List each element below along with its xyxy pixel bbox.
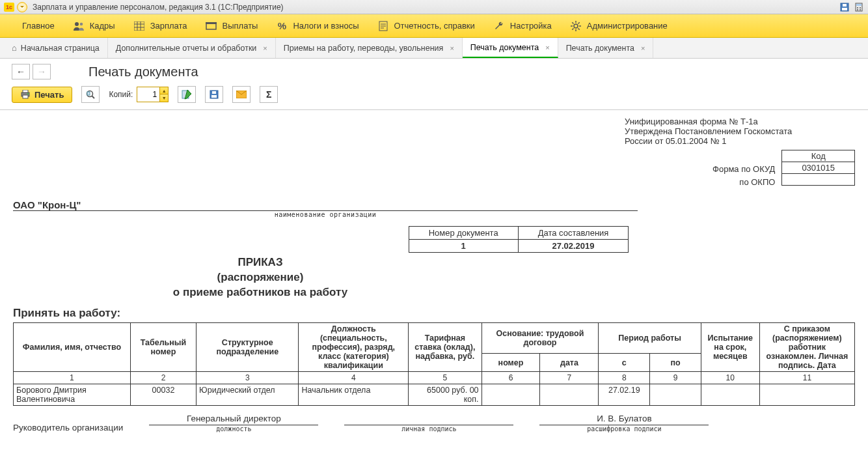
- close-icon[interactable]: ×: [641, 44, 645, 52]
- head-label: Руководитель организации: [13, 423, 123, 433]
- col-contract-date: дата: [540, 354, 599, 371]
- window-title-bar: 1c Зарплата и управление персоналом, ред…: [0, 0, 868, 14]
- wrench-icon: [493, 20, 505, 32]
- gear-icon: [570, 20, 582, 32]
- logo-1c-icon: 1c: [4, 3, 14, 12]
- menu-otchetnost[interactable]: Отчетность, справки: [377, 20, 475, 32]
- colnum: 1: [14, 371, 131, 384]
- okud-header: Код: [782, 150, 855, 162]
- menu-label: Администрирование: [587, 21, 668, 31]
- svg-point-22: [574, 24, 578, 28]
- svg-rect-2: [843, 4, 847, 7]
- menu-label: Отчетность, справки: [394, 21, 475, 31]
- colnum: 9: [650, 371, 701, 384]
- svg-point-9: [75, 22, 79, 26]
- form-note-line: Унифицированная форма № Т-1а: [625, 117, 855, 126]
- form-note: Унифицированная форма № Т-1а Утверждена …: [625, 117, 855, 146]
- okud-value: 0301015: [782, 162, 855, 174]
- nav-forward-button[interactable]: →: [33, 64, 51, 79]
- tab-reports[interactable]: Дополнительные отчеты и обработки ×: [108, 38, 276, 58]
- svg-rect-41: [212, 91, 216, 94]
- tab-print-doc-active[interactable]: Печать документа ×: [463, 38, 558, 58]
- table-icon: [133, 20, 145, 32]
- preview-button[interactable]: [81, 86, 100, 103]
- col-contract: Основание: трудовой договор: [481, 322, 599, 354]
- colnum: 8: [599, 371, 650, 384]
- save-icon[interactable]: [839, 2, 850, 12]
- print-label: Печать: [34, 90, 64, 100]
- okpo-label: по ОКПО: [712, 176, 775, 189]
- colnum: 5: [409, 371, 481, 384]
- home-icon: ⌂: [12, 43, 17, 53]
- menu-vyplaty[interactable]: Выплаты: [206, 20, 258, 32]
- tab-print-doc-2[interactable]: Печать документа ×: [558, 38, 654, 58]
- copies-input[interactable]: [137, 87, 159, 102]
- magnifier-icon: [85, 89, 96, 100]
- col-position: Должность (специальность, профессия), ра…: [299, 322, 409, 371]
- tab-hiring[interactable]: Приемы на работу, переводы, увольнения ×: [276, 38, 463, 58]
- tabs-bar: ⌂ Начальная страница Дополнительные отче…: [0, 38, 868, 59]
- sign-name-cap: расшифровка подписи: [539, 425, 709, 433]
- page-header: ← → Печать документа: [0, 59, 868, 82]
- email-button[interactable]: [232, 86, 251, 103]
- wallet-icon: [206, 20, 217, 32]
- col-probation: Испыта­ние на срок, месяцев: [701, 322, 759, 371]
- menu-label: Кадры: [90, 21, 115, 31]
- tab-label: Начальная страница: [21, 44, 100, 53]
- menu-kadry[interactable]: Кадры: [73, 20, 115, 32]
- menu-zarplata[interactable]: Зарплата: [133, 20, 187, 32]
- calculator-icon[interactable]: [854, 2, 864, 12]
- sigma-button[interactable]: Σ: [260, 86, 278, 103]
- people-icon: [73, 20, 85, 32]
- col-period: Период работы: [599, 322, 701, 354]
- col-period-from: с: [599, 354, 650, 371]
- spin-up-button[interactable]: ▲: [160, 87, 168, 94]
- email-icon: [236, 91, 247, 98]
- copies-spinner[interactable]: ▲ ▼: [137, 87, 169, 102]
- menu-label: Выплаты: [223, 21, 258, 31]
- tab-label: Приемы на работу, переводы, увольнения: [284, 44, 444, 53]
- app-menu-dropdown[interactable]: [17, 2, 27, 12]
- sign-position-cap: должность: [149, 425, 318, 433]
- printer-icon: [20, 90, 31, 99]
- form-note-line: Утверждена Постановлением Госкомстата: [625, 126, 855, 136]
- svg-point-5: [857, 7, 858, 8]
- accept-label: Принять на работу:: [13, 307, 855, 320]
- menu-admin[interactable]: Администрирование: [570, 20, 668, 32]
- svg-rect-37: [87, 92, 90, 95]
- page-title: Печать документа: [88, 64, 198, 79]
- colnum: 3: [197, 371, 299, 384]
- okud-label: Форма по ОКУД: [712, 163, 775, 176]
- edit-template-button[interactable]: [178, 86, 196, 103]
- close-icon[interactable]: ×: [263, 44, 267, 52]
- cell-rate: 65000 руб. 00 коп.: [409, 384, 481, 405]
- menu-hamburger[interactable]: Главное: [7, 20, 55, 32]
- tab-label: Печать документа: [566, 44, 634, 53]
- colnum: 4: [299, 371, 409, 384]
- copies-label: Копий:: [109, 90, 133, 99]
- order-title-line: о приеме работников на работу: [78, 285, 442, 300]
- col-fio: Фамилия, имя, отчество: [14, 322, 131, 371]
- cell-contract-date: [540, 384, 599, 405]
- print-toolbar: Печать Копий: ▲ ▼ Σ: [0, 82, 868, 110]
- cell-probation: [701, 384, 759, 405]
- spin-down-button[interactable]: ▼: [160, 94, 168, 102]
- close-icon[interactable]: ×: [545, 44, 549, 51]
- svg-rect-33: [23, 95, 28, 98]
- order-title-line: ПРИКАЗ: [78, 255, 442, 270]
- print-button[interactable]: Печать: [12, 87, 72, 103]
- cell-from: 27.02.19: [599, 384, 650, 405]
- svg-rect-4: [856, 4, 861, 6]
- nav-back-button[interactable]: ←: [12, 64, 30, 79]
- col-tabnum: Табельный номер: [130, 322, 196, 371]
- close-icon[interactable]: ×: [450, 44, 454, 52]
- svg-rect-17: [206, 22, 217, 24]
- sign-position-value: Генеральный директор: [149, 414, 318, 425]
- tab-home[interactable]: ⌂ Начальная страница: [4, 38, 108, 58]
- save-button[interactable]: [205, 86, 223, 103]
- cell-contract-num: [481, 384, 540, 405]
- svg-point-7: [857, 9, 858, 10]
- menu-nastroika[interactable]: Настройка: [493, 20, 552, 32]
- menu-nalogi[interactable]: % Налоги и взносы: [276, 20, 359, 32]
- col-contract-num: номер: [481, 354, 540, 371]
